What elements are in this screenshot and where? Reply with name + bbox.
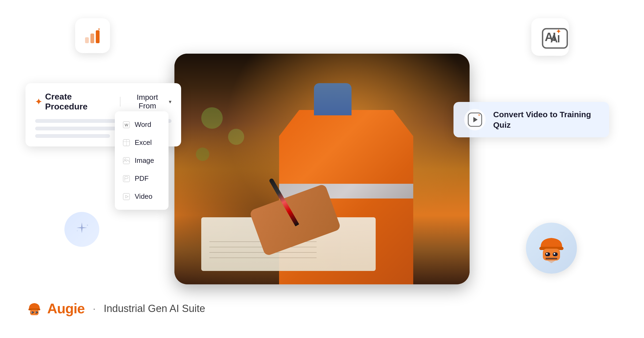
dropdown-item-word[interactable]: W Word <box>115 116 169 134</box>
chart-icon <box>83 26 102 45</box>
dropdown-word-label: Word <box>135 120 151 129</box>
sparkle-icon: ✦ <box>35 97 42 106</box>
svg-rect-23 <box>546 258 557 259</box>
excel-icon <box>122 139 130 147</box>
sparkles-decoration <box>64 212 99 247</box>
svg-rect-19 <box>545 252 550 256</box>
convert-video-label: Convert Video to Training Quiz <box>493 109 598 130</box>
logo-tagline: Industrial Gen AI Suite <box>104 303 205 314</box>
ai-badge-text: AI AI ✦ <box>545 30 555 44</box>
sparkles-icon <box>72 220 92 239</box>
svg-rect-1 <box>90 34 94 43</box>
create-procedure-label: Create Procedure <box>45 92 112 112</box>
page-wrapper: AI AI ✦ ✦ Create Procedure Import From ▾ <box>0 0 644 338</box>
logo-name: Augie <box>47 300 85 317</box>
robot-hardhat-card <box>526 223 577 274</box>
svg-marker-14 <box>126 195 128 198</box>
svg-point-11 <box>125 159 126 160</box>
header-divider <box>120 97 120 106</box>
ai-chart-card[interactable] <box>75 18 110 53</box>
dropdown-item-excel[interactable]: Excel <box>115 134 169 152</box>
svg-rect-20 <box>553 252 558 256</box>
video-icon-circle <box>464 109 486 130</box>
dropdown-video-label: Video <box>135 192 152 201</box>
dropdown-pdf-label: PDF <box>135 174 149 183</box>
augie-hardhat-logo <box>27 301 42 316</box>
word-icon: W <box>122 121 130 129</box>
svg-point-28 <box>31 312 32 313</box>
dropdown-excel-label: Excel <box>135 138 152 147</box>
procedure-title: ✦ Create Procedure <box>35 92 112 112</box>
ai-badge-card[interactable]: AI AI ✦ <box>531 18 569 56</box>
svg-point-22 <box>554 253 555 255</box>
dropdown-arrow-icon: ▾ <box>169 98 171 105</box>
dropdown-image-label: Image <box>135 156 154 165</box>
svg-text:W: W <box>125 123 128 127</box>
dropdown-item-pdf[interactable]: PDF <box>115 170 169 188</box>
content-line-3 <box>35 134 110 138</box>
ai-sparkle-icon: ✦ <box>556 28 560 35</box>
image-icon <box>122 157 130 165</box>
procedure-header: ✦ Create Procedure Import From ▾ <box>35 92 171 112</box>
dropdown-item-image[interactable]: Image <box>115 152 169 170</box>
hero-image <box>174 54 470 284</box>
svg-rect-0 <box>85 37 89 43</box>
svg-marker-16 <box>473 117 478 122</box>
logo-separator: · <box>93 303 96 315</box>
video-play-icon <box>467 112 482 127</box>
bottom-logo: Augie · Industrial Gen AI Suite <box>27 300 205 317</box>
ai-border-icon: AI <box>541 28 568 49</box>
video-file-icon <box>122 193 130 201</box>
import-dropdown-menu: W Word Excel <box>115 111 169 210</box>
svg-point-29 <box>35 312 36 313</box>
pdf-icon <box>122 175 130 183</box>
convert-video-card[interactable]: Convert Video to Training Quiz <box>453 102 609 137</box>
svg-rect-2 <box>96 30 100 43</box>
import-from-button[interactable]: Import From ▾ <box>128 93 171 110</box>
svg-point-21 <box>546 253 548 255</box>
robot-hardhat-icon <box>535 232 568 264</box>
import-from-label: Import From <box>128 93 167 110</box>
dropdown-item-video[interactable]: Video <box>115 188 169 205</box>
